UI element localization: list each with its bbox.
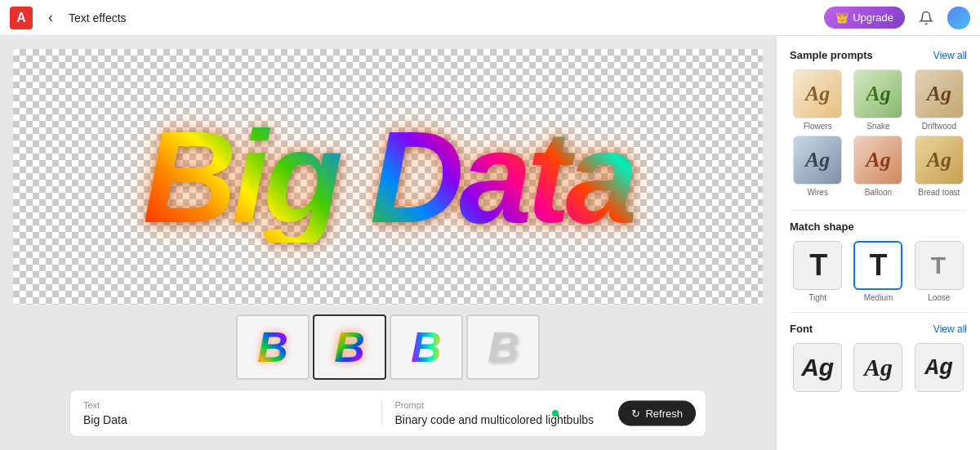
sample-driftwood[interactable]: Ag Driftwood [911, 69, 967, 131]
font-1[interactable]: Ag [790, 343, 845, 392]
sample-prompts-grid: Ag Flowers Ag Snake Ag Driftwood Ag [790, 69, 967, 197]
app-logo[interactable]: A [10, 7, 33, 29]
shape-loose-thumb: T [915, 241, 964, 290]
input-panel: Text Big Data Prompt Binary code and mul… [69, 390, 706, 437]
svg-point-0 [947, 7, 970, 29]
divider-1 [790, 210, 967, 211]
upgrade-button[interactable]: 👑 Upgrade [824, 7, 905, 29]
font-2-thumb: Ag [853, 343, 902, 392]
topbar: A ‹ Text effects 👑 Upgrade [0, 0, 980, 36]
font-view-all[interactable]: View all [933, 323, 967, 335]
shape-tight-label: Tight [808, 293, 826, 302]
shape-medium-thumb: T [853, 241, 902, 290]
font-1-thumb: Ag [793, 343, 842, 392]
sample-prompts-header: Sample prompts View all [790, 49, 967, 61]
sample-wires-thumb: Ag [793, 136, 842, 185]
main-preview: Big Data [13, 49, 763, 305]
thumbnail-3[interactable]: B [390, 314, 463, 380]
sample-prompts-title: Sample prompts [790, 49, 873, 61]
notifications-button[interactable] [915, 7, 938, 29]
sample-snake-thumb: Ag [853, 69, 902, 118]
upgrade-icon: 👑 [835, 11, 849, 24]
font-2[interactable]: Ag [850, 343, 906, 392]
refresh-button[interactable]: ↻ Refresh [618, 401, 696, 426]
thumbnail-1[interactable]: B [236, 314, 310, 380]
font-3[interactable]: Ag [911, 343, 967, 392]
preview-text: Big Data [143, 112, 634, 243]
text-value[interactable]: Big Data [83, 413, 381, 426]
match-shape-header: Match shape [790, 221, 967, 233]
sample-balloon-label: Balloon [865, 188, 892, 197]
match-shape-title: Match shape [790, 221, 854, 233]
text-section: Text Big Data [83, 400, 381, 426]
font-grid: Ag Ag Ag [790, 343, 967, 392]
sample-wires-label: Wires [807, 188, 828, 197]
topbar-actions: 👑 Upgrade [824, 7, 970, 29]
page-title: Text effects [69, 11, 817, 25]
sample-balloon[interactable]: Ag Balloon [850, 136, 906, 197]
sample-breadtoast[interactable]: Ag Bread toast [911, 136, 967, 197]
match-shape-grid: T Tight T Medium T Loose [790, 241, 967, 302]
canvas-area: Big Data B B B B Text Big Data [0, 36, 776, 450]
thumbnail-2[interactable]: B [313, 314, 386, 380]
thumbnail-4[interactable]: B [466, 314, 540, 380]
shape-loose[interactable]: T Loose [911, 241, 967, 302]
back-button[interactable]: ‹ [39, 7, 62, 29]
shape-medium-label: Medium [864, 293, 893, 302]
sample-prompts-view-all[interactable]: View all [933, 50, 967, 61]
divider-2 [790, 312, 967, 313]
sample-breadtoast-label: Bread toast [918, 188, 960, 197]
sample-flowers[interactable]: Ag Flowers [790, 69, 845, 131]
font-header: Font View all [790, 323, 967, 335]
text-label: Text [83, 400, 381, 410]
font-3-thumb: Ag [915, 343, 964, 392]
shape-tight[interactable]: T Tight [790, 241, 845, 302]
user-avatar[interactable] [947, 7, 970, 29]
sample-driftwood-label: Driftwood [922, 122, 956, 131]
refresh-icon: ↻ [631, 408, 640, 420]
main-area: Big Data B B B B Text Big Data [0, 36, 980, 450]
sample-flowers-thumb: Ag [793, 69, 842, 118]
font-title: Font [790, 323, 813, 335]
shape-medium[interactable]: T Medium [850, 241, 906, 302]
sample-breadtoast-thumb: Ag [915, 136, 964, 185]
thumbnail-strip: B B B B [236, 314, 540, 380]
sample-snake-label: Snake [866, 122, 889, 131]
right-sidebar: Sample prompts View all Ag Flowers Ag Sn… [776, 36, 980, 450]
sample-driftwood-thumb: Ag [915, 69, 964, 118]
shape-tight-thumb: T [793, 241, 842, 290]
sample-balloon-thumb: Ag [853, 136, 902, 185]
sample-snake[interactable]: Ag Snake [850, 69, 906, 131]
shape-loose-label: Loose [928, 293, 950, 302]
sample-wires[interactable]: Ag Wires [790, 136, 845, 197]
prompt-status-dot [552, 410, 559, 417]
sample-flowers-label: Flowers [804, 122, 832, 131]
